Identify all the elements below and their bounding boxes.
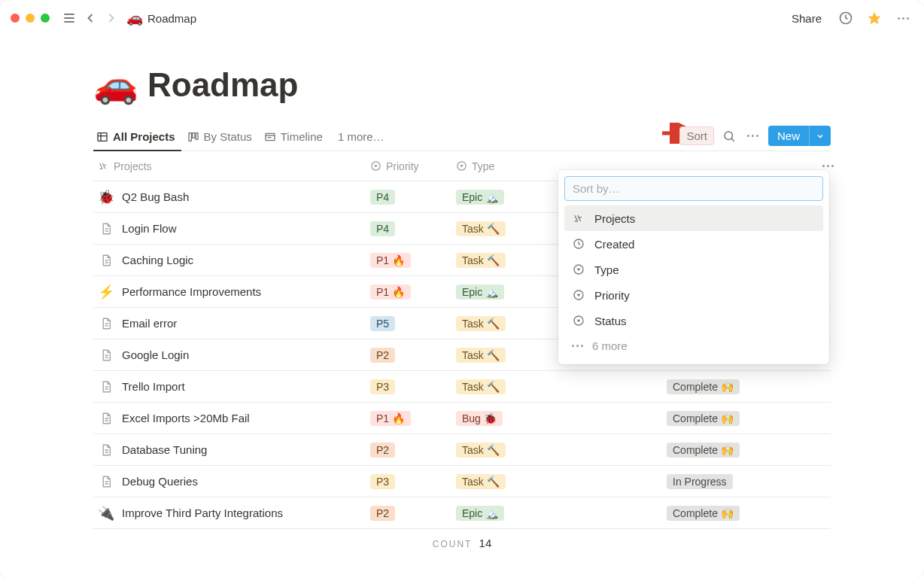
close-window[interactable] <box>11 14 20 23</box>
priority-tag[interactable]: P1 🔥 <box>370 411 411 426</box>
sort-option[interactable]: Status <box>564 308 823 333</box>
status-tag[interactable]: Complete 🙌 <box>667 443 740 458</box>
new-button-caret[interactable] <box>809 126 831 146</box>
page-icon <box>98 475 114 488</box>
sort-button[interactable]: Sort <box>679 126 714 145</box>
status-tag[interactable]: In Progress <box>667 474 733 489</box>
status-tag[interactable]: Complete 🙌 <box>667 379 740 394</box>
svg-marker-43 <box>576 320 580 322</box>
type-tag[interactable]: Task 🔨 <box>456 379 506 394</box>
row-emoji: 🔌 <box>98 505 114 522</box>
table-row[interactable]: Debug QueriesP3Task 🔨In Progress <box>93 466 831 497</box>
sort-search-input[interactable] <box>564 176 823 201</box>
sort-option[interactable]: Created <box>564 231 823 257</box>
priority-tag[interactable]: P5 <box>370 316 395 331</box>
page-title-text[interactable]: Roadmap <box>147 66 298 104</box>
updates-button[interactable] <box>835 8 856 29</box>
board-icon <box>187 131 199 143</box>
views-tabs: All Projects By Status Timeline 1 more… … <box>93 124 831 151</box>
menu-button[interactable] <box>59 8 80 29</box>
sort-option[interactable]: Projects <box>564 205 823 231</box>
page-icon <box>98 380 114 394</box>
svg-rect-9 <box>192 132 194 138</box>
more-button[interactable] <box>892 8 913 29</box>
priority-tag[interactable]: P3 <box>370 474 395 489</box>
type-tag[interactable]: Task 🔨 <box>456 443 506 458</box>
share-button[interactable]: Share <box>786 9 828 28</box>
priority-tag[interactable]: P2 <box>370 506 395 521</box>
search-button[interactable] <box>720 127 738 145</box>
type-tag[interactable]: Epic 🏔️ <box>456 190 504 205</box>
sort-option-label: Projects <box>594 212 635 225</box>
favorite-button[interactable] <box>864 8 885 29</box>
svg-marker-4 <box>868 12 881 25</box>
row-title: Caching Logic <box>122 254 193 266</box>
topbar: 🚗 Roadmap Share <box>0 0 924 36</box>
table-row[interactable]: Excel Imports >20Mb FailP1 🔥Bug 🐞Complet… <box>93 403 831 434</box>
tab-by-status[interactable]: By Status <box>184 124 258 151</box>
select-icon <box>572 263 585 276</box>
sort-option-label: Created <box>594 238 634 251</box>
view-options-button[interactable] <box>744 127 762 145</box>
type-tag[interactable]: Task 🔨 <box>456 474 506 489</box>
priority-tag[interactable]: P1 🔥 <box>370 253 411 268</box>
sort-more[interactable]: 6 more <box>564 333 823 358</box>
tab-all-projects[interactable]: All Projects <box>93 124 181 151</box>
priority-tag[interactable]: P2 <box>370 443 395 458</box>
breadcrumb-emoji: 🚗 <box>126 10 143 26</box>
sort-more-label: 6 more <box>592 339 628 352</box>
row-title: Improve Third Party Integrations <box>122 507 283 519</box>
dots-icon <box>572 345 583 347</box>
table-row[interactable]: Trello ImportP3Task 🔨Complete 🙌 <box>93 371 831 403</box>
svg-rect-8 <box>189 132 191 141</box>
page-title: 🚗 Roadmap <box>93 63 831 106</box>
maximize-window[interactable] <box>41 14 50 23</box>
sort-option[interactable]: Type <box>564 257 823 282</box>
new-button[interactable]: New <box>768 126 831 146</box>
count-row: COUNT 14 <box>93 529 831 557</box>
table-row[interactable]: Database TuningP2Task 🔨Complete 🙌 <box>93 434 831 466</box>
page-icon <box>98 443 114 457</box>
page-icon <box>98 412 114 425</box>
page-icon <box>98 222 114 236</box>
text-icon <box>98 160 109 172</box>
svg-line-16 <box>731 138 734 141</box>
tab-label: By Status <box>204 130 252 143</box>
select-icon <box>370 160 381 172</box>
minimize-window[interactable] <box>26 14 35 23</box>
status-tag[interactable]: Complete 🙌 <box>667 411 740 426</box>
sort-option[interactable]: Priority <box>564 282 823 308</box>
page-icon <box>98 254 114 267</box>
type-tag[interactable]: Task 🔨 <box>456 316 506 331</box>
select-icon <box>572 288 585 302</box>
back-button[interactable] <box>80 8 101 29</box>
priority-tag[interactable]: P1 🔥 <box>370 284 411 300</box>
priority-tag[interactable]: P4 <box>370 221 395 236</box>
type-tag[interactable]: Task 🔨 <box>456 348 506 363</box>
type-tag[interactable]: Task 🔨 <box>456 221 506 236</box>
type-tag[interactable]: Epic 🏔️ <box>456 284 504 300</box>
row-title: Google Login <box>122 348 189 361</box>
col-header-label: Projects <box>114 160 152 172</box>
row-emoji: 🐞 <box>98 189 114 205</box>
more-views[interactable]: 1 more… <box>332 124 391 151</box>
forward-button[interactable] <box>101 8 122 29</box>
priority-tag[interactable]: P2 <box>370 348 395 363</box>
col-header-type[interactable]: Type <box>456 160 551 172</box>
tab-timeline[interactable]: Timeline <box>261 124 329 151</box>
count-label: COUNT <box>433 539 472 549</box>
select-icon <box>456 160 467 172</box>
row-title: Q2 Bug Bash <box>122 190 189 203</box>
priority-tag[interactable]: P3 <box>370 379 395 394</box>
priority-tag[interactable]: P4 <box>370 190 395 205</box>
status-tag[interactable]: Complete 🙌 <box>667 506 740 521</box>
col-header-priority[interactable]: Priority <box>361 160 456 172</box>
tab-label: Timeline <box>281 130 323 143</box>
col-header-projects[interactable]: Projects <box>93 160 361 172</box>
type-tag[interactable]: Epic 🏔️ <box>456 506 504 521</box>
type-tag[interactable]: Bug 🐞 <box>456 411 503 426</box>
page-emoji[interactable]: 🚗 <box>93 63 138 106</box>
type-tag[interactable]: Task 🔨 <box>456 253 506 268</box>
table-row[interactable]: 🔌Improve Third Party IntegrationsP2Epic … <box>93 497 831 529</box>
breadcrumb[interactable]: 🚗 Roadmap <box>126 10 196 26</box>
